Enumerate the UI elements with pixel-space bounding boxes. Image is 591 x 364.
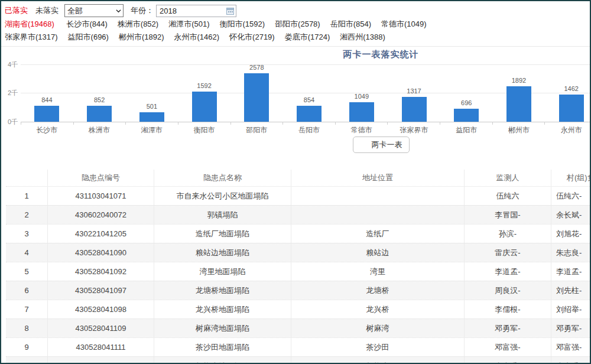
cell-village: 李道孟- [551,262,591,281]
cell-village: 刘旭花- [551,225,591,243]
x-axis-ticks [21,122,590,125]
x-label-益阳市: 益阳市 [440,125,493,135]
cell-code: 430221041205 [47,225,154,243]
cell-village: 余长斌- [551,206,591,224]
region-nav: 湖南省(19468) 长沙市(844)株洲市(852)湘潭市(501)衡阳市(1… [1,17,590,47]
hazard-table: 隐患点编号隐患点名称地址位置监测人村(组)负 1431103041071市自来水… [6,170,591,364]
cell-monitor: 李春香- [464,357,551,364]
table-row[interactable]: 9430528041111茶沙田地面塌陷茶沙田邓富强-邓富强- [6,337,591,356]
bar-chart: 两卡一表落实统计 4千 2千 0千 8448525011592257885410… [1,47,590,155]
x-label-湘潭市: 湘潭市 [125,125,178,135]
city-link[interactable]: 娄底市(1724) [285,32,330,41]
filter-select-wrap: 全部 [64,4,124,17]
column-header [6,170,47,186]
cell-address: 造纸厂 [291,225,464,243]
bar-邵阳市 [244,73,269,122]
x-tick [178,122,231,125]
x-tick [21,122,74,125]
tab-not-implemented[interactable]: 未落实 [35,5,59,16]
city-link[interactable]: 湘潭市(501) [168,20,209,28]
x-label-郴州市: 郴州市 [493,125,545,135]
column-header: 地址位置 [291,170,464,186]
table-row[interactable]: 4430528041090粮站边地面塌陷粮站边雷庆云-朱志良- [6,243,591,262]
cell-name: 龙兴桥地面塌陷 [154,300,291,318]
cell-name: 粮站边地面塌陷 [154,243,291,262]
y-tick-0k: 0千 [1,118,18,126]
region-row-2: 张家界市(1317)益阳市(696)郴州市(1892)永州市(1462)怀化市(… [5,31,586,44]
city-link[interactable]: 郴州市(1892) [119,32,164,41]
bar-永州市 [559,95,584,122]
bar-value-label: 1049 [335,93,388,100]
city-link[interactable]: 长沙市(844) [66,20,107,28]
year-input[interactable] [157,5,236,17]
cell-num: 9 [6,338,47,356]
city-link[interactable]: 永州市(1462) [174,32,220,41]
y-tick-4k: 4千 [1,60,18,69]
bar-value-label: 696 [440,99,493,106]
city-link[interactable]: 张家界市(1317) [5,32,58,41]
cell-num: 5 [6,262,47,281]
legend-item[interactable]: 两卡一表 [353,136,410,153]
bar-衡阳市 [192,92,217,122]
bar-slot: 2578 [230,47,283,122]
y-tick-2k: 2千 [1,89,18,98]
cell-address [291,206,464,224]
table-row[interactable]: 5430528041092湾里地面塌陷湾里李道孟-李道孟- [6,262,591,281]
table-row[interactable]: 8430528041109树麻湾地面塌陷树麻湾邓勇军-邓勇军- [6,318,591,337]
city-link[interactable]: 岳阳市(854) [330,20,371,28]
city-link[interactable]: 邵阳市(2578) [275,20,320,28]
cell-address: 龙兴桥 [291,300,464,318]
city-link[interactable]: 湘西州(1388) [340,32,385,41]
table-row[interactable]: 3430221041205造纸厂地面塌陷造纸厂孙滨-刘旭花- [6,224,591,243]
city-link[interactable]: 常德市(1049) [381,20,427,28]
bar-slot: 1592 [178,47,230,122]
cell-code: 431103041071 [47,187,154,205]
cell-code: 430528041109 [47,319,154,337]
table-row[interactable]: 7430528041098龙兴桥地面塌陷龙兴桥李儒根-刘绍举- [6,300,591,318]
table-row[interactable]: 2430602040072郭镇塌陷李冒国-余长斌- [6,205,591,224]
bar-value-label: 1892 [493,77,545,84]
x-label-长沙市: 长沙市 [21,125,73,135]
cell-code: 430602040072 [47,206,154,224]
filter-select[interactable]: 全部 [64,4,124,17]
bar-value-label: 501 [125,103,178,110]
cell-name: 茶沙田地面塌陷 [154,338,291,356]
toolbar: 已落实 未落实 全部 年份： [1,1,590,17]
bar-value-label: 1592 [178,82,230,89]
cell-num: 8 [6,319,47,337]
calendar-icon[interactable] [226,7,234,15]
bar-slot: 501 [125,47,178,122]
bar-slot: 1049 [335,47,388,122]
bar-张家界市 [402,97,427,122]
x-tick [545,122,590,125]
table-row[interactable]: 10430528041126杨梅山地面塌陷杨梅山李春香-李春香- [6,356,591,364]
bar-益阳市 [454,109,479,122]
city-link[interactable]: 衡阳市(1592) [220,20,265,28]
cell-num: 3 [6,225,47,243]
bar-value-label: 1462 [545,85,590,92]
cell-address [291,187,464,205]
x-tick [493,122,545,125]
province-link[interactable]: 湖南省(19468) [5,20,54,28]
cell-address: 树麻湾 [291,319,464,337]
bar-slot: 1317 [388,47,440,122]
x-label-永州市: 永州市 [545,125,590,135]
bar-郴州市 [506,86,531,122]
cell-monitor: 孙滨- [464,225,551,243]
table-row[interactable]: 1431103041071市自来水公司小区地面塌陷伍纯六伍纯六- [6,186,591,205]
legend-label: 两卡一表 [372,139,402,150]
bar-value-label: 844 [21,96,73,103]
x-axis-labels: 长沙市株洲市湘潭市衡阳市邵阳市岳阳市常德市张家界市益阳市郴州市永州市 [21,125,590,135]
cell-name: 杨梅山地面塌陷 [154,357,291,364]
tab-implemented[interactable]: 已落实 [5,5,28,16]
city-link[interactable]: 怀化市(2719) [229,32,275,41]
cell-name: 郭镇塌陷 [154,206,291,224]
city-link[interactable]: 益阳市(696) [68,32,109,41]
legend-row: 两卡一表 [1,136,590,153]
cell-code: 430528041097 [47,281,154,300]
x-label-衡阳市: 衡阳市 [178,125,230,135]
cell-address: 茶沙田 [291,338,464,356]
city-link[interactable]: 株洲市(852) [118,20,158,28]
table-row[interactable]: 6430528041097龙塘桥地面塌陷龙塘桥周良汉-刘先柱- [6,281,591,300]
cell-code: 430528041090 [47,243,154,262]
